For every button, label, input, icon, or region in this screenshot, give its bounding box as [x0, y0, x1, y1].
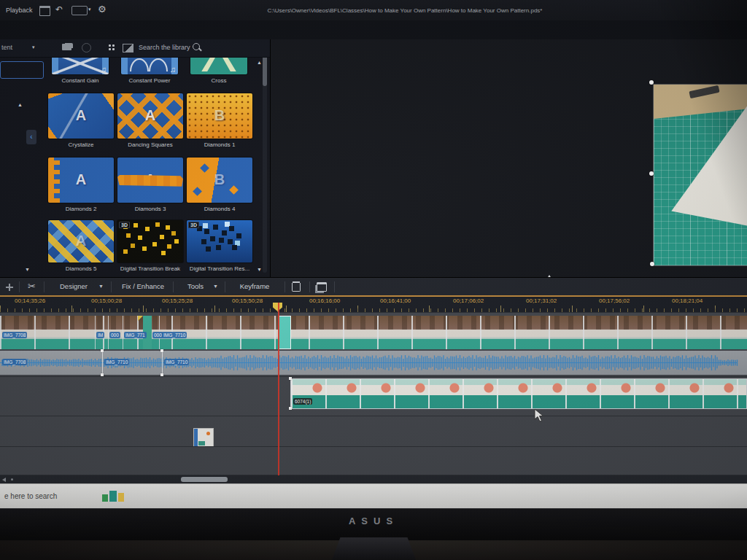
divider [309, 281, 310, 292]
ruler-tick-label: 00;18;21;04 [672, 298, 703, 304]
transition-diamonds-5[interactable]: A [48, 220, 114, 262]
clip-label: IMG_7710 [104, 359, 129, 365]
selection-dot[interactable] [101, 349, 104, 352]
clip-label: IMG_7710 [162, 332, 187, 338]
scroll-down-icon[interactable]: ▼ [257, 267, 262, 272]
monitor-brand-logo: ASUS [0, 516, 747, 526]
grid-view-icon[interactable] [108, 44, 116, 52]
undo-icon[interactable]: ↶ [55, 4, 63, 15]
divider [225, 281, 225, 292]
selection-dot[interactable] [160, 349, 163, 352]
clip-label: IM [96, 332, 104, 338]
transition-digital-reset[interactable]: 3D [187, 220, 252, 262]
selected-transition-segment[interactable] [279, 316, 291, 349]
keyframe-wedge [138, 316, 143, 321]
monitor-stand [332, 537, 416, 560]
transition-digital-break[interactable]: 3D [117, 220, 183, 262]
transition-label: Digital Transition Break [115, 265, 185, 272]
transition-diamonds-1[interactable]: B [187, 93, 252, 139]
divider [285, 281, 285, 292]
clip-boundary [162, 351, 163, 375]
playhead-line[interactable] [278, 303, 279, 475]
transition-label: Cross [184, 77, 254, 84]
clip-boundary [123, 316, 123, 349]
ruler-range-line [0, 295, 747, 297]
fix-enhance-button[interactable]: Fix / Enhance [117, 282, 169, 290]
ruler-tick-label: 00;16;41;00 [380, 298, 411, 304]
sample-letter: A [48, 171, 114, 188]
transition-label: Diamonds 2 [46, 206, 116, 212]
scroll-up-icon[interactable]: ▲ [257, 60, 262, 65]
aspect-ratio-icon[interactable] [71, 6, 88, 15]
tools-button[interactable]: Tools [179, 282, 212, 290]
transition-label: Constant Power [115, 77, 185, 84]
clip-boundary [108, 316, 109, 349]
zoom-dot-icon[interactable] [11, 478, 13, 481]
clip-label: IMG_7708 [2, 359, 27, 365]
timeline-hscrollbar[interactable] [0, 475, 747, 483]
ruler-tick-label: 00;15;25;28 [162, 298, 193, 304]
resize-handle[interactable] [649, 171, 654, 176]
resize-handle[interactable] [649, 80, 654, 85]
music-note-icon: ♫ [101, 65, 107, 74]
diamond-shape [193, 187, 202, 196]
audio-track-clip[interactable]: IMG_7708 IMG_7710 IMG_7710 [0, 351, 747, 375]
transition-diamonds-2[interactable]: A [48, 158, 114, 203]
aspect-chevron-icon[interactable]: ▾ [88, 7, 91, 12]
music-note-icon: ♫ [170, 65, 176, 74]
designer-chevron-icon[interactable]: ▼ [98, 284, 104, 289]
window-layout-icon[interactable] [39, 6, 50, 16]
transition-dancing-squares[interactable]: A [117, 93, 183, 139]
collapse-arrow-icon[interactable]: ▲ [18, 102, 23, 107]
selection-dot[interactable] [289, 377, 292, 380]
badge-3d: 3D [119, 222, 130, 228]
library-scrollbar[interactable] [263, 47, 267, 273]
selection-dot[interactable] [289, 407, 292, 410]
detail-view-icon[interactable] [123, 44, 133, 52]
video-track-clip[interactable]: IMG_7708 IM 000 IMG_771 000 IMG_7710 [0, 316, 747, 349]
settings-gear-icon[interactable]: ⚙ [98, 4, 107, 15]
transition-diamonds-3[interactable]: A [117, 158, 183, 203]
search-highlight-art[interactable] [102, 494, 108, 502]
search-highlight-art [118, 493, 124, 502]
ruler-tick-label: 00;15;00;28 [91, 298, 122, 304]
small-title-clip[interactable] [193, 428, 214, 447]
hscrollbar-thumb[interactable] [181, 477, 228, 482]
clip-label: IMG_7708 [2, 332, 27, 338]
scroll-left-icon[interactable] [2, 478, 6, 482]
media-library-panel: ♫ ♫ Constant Gain Constant Power Cross A… [0, 39, 270, 277]
library-header: tent ▾ Search the library [0, 39, 270, 58]
divider [334, 281, 335, 292]
split-scissors-icon[interactable]: ✂ [28, 281, 36, 292]
transition-diamonds-4[interactable]: B [187, 158, 252, 203]
clip-label: IMG_7710 [164, 359, 189, 365]
transition-label: Diamonds 3 [115, 206, 185, 212]
designer-button[interactable]: Designer [53, 282, 95, 290]
transition-crystalize[interactable]: A [48, 93, 114, 139]
panel-collapse-button[interactable]: ‹ [26, 130, 36, 144]
import-media-icon[interactable] [62, 44, 71, 50]
sync-icon[interactable] [82, 43, 91, 52]
delete-trash-icon[interactable] [292, 283, 301, 292]
resize-handle[interactable] [650, 262, 654, 266]
category-chevron-icon[interactable]: ▾ [32, 44, 35, 50]
scroll-down-icon[interactable]: ▼ [25, 267, 30, 272]
range-select-icon[interactable] [317, 282, 327, 292]
sample-letter: B [187, 171, 252, 188]
clip-art [198, 441, 205, 446]
timeline-tracks: IMG_7708 IM 000 IMG_771 000 IMG_7710 IMG… [0, 312, 747, 477]
search-input[interactable]: Search the library [139, 44, 190, 51]
taskbar-search-input[interactable]: e here to search [4, 492, 57, 500]
add-track-icon[interactable] [6, 284, 13, 291]
playback-label[interactable]: Playback [6, 7, 33, 14]
preview-video[interactable] [654, 85, 747, 265]
overlay-track-clip[interactable]: 6074(1) [290, 378, 747, 409]
tools-chevron-icon[interactable]: ▼ [213, 284, 218, 289]
category-dropdown[interactable]: tent [1, 44, 12, 51]
clip-art [206, 432, 210, 435]
timeline-ruler[interactable]: 00;14;35;26 00;15;00;28 00;15;25;28 00;1… [0, 295, 747, 312]
keyframe-button[interactable]: Keyframe [233, 282, 276, 290]
selected-category-outline[interactable] [0, 61, 44, 79]
search-icon-handle [198, 47, 202, 51]
track-separator [0, 312, 747, 313]
